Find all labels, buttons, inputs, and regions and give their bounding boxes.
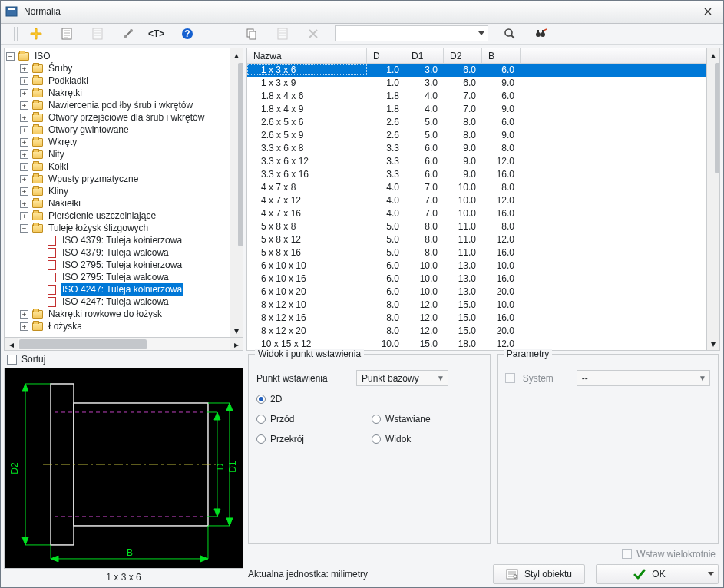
scroll-down-icon[interactable]: ▾	[230, 324, 243, 337]
table-row[interactable]: 4 x 7 x 124.07.010.012.0	[247, 194, 706, 207]
tree-vscroll[interactable]: ▴ ▾	[230, 48, 243, 337]
scroll-right-icon[interactable]: ▸	[230, 338, 243, 351]
search-button[interactable]	[501, 25, 519, 43]
table-row[interactable]: 2.6 x 5 x 62.65.08.06.0	[247, 116, 706, 129]
tree-node[interactable]: +Nakrętki	[6, 87, 228, 99]
table-row[interactable]: 3.3 x 6 x 123.36.09.012.0	[247, 155, 706, 168]
copy-button[interactable]	[243, 25, 261, 43]
collapse-icon[interactable]: −	[20, 224, 28, 233]
expand-icon[interactable]: +	[20, 101, 28, 110]
system-dropdown[interactable]: -- ▼	[577, 370, 710, 386]
tree-node[interactable]: ISO 4247: Tuleja kołnierzowa	[6, 283, 228, 296]
scroll-up-icon[interactable]: ▴	[230, 48, 243, 61]
tree-hscroll[interactable]: ◂ ▸	[5, 337, 243, 350]
table-header[interactable]: Nazwa D D1 D2 B	[247, 48, 706, 64]
table-row[interactable]: 6 x 10 x 166.010.013.016.0	[247, 273, 706, 286]
expand-icon[interactable]: +	[20, 64, 28, 73]
expand-icon[interactable]: +	[20, 89, 28, 97]
ok-split-button[interactable]	[703, 564, 719, 584]
tree-node[interactable]: +Nawiercenia pod łby śrub i wkrętów	[6, 99, 228, 111]
radio-front[interactable]: Przód	[256, 414, 356, 424]
radio-inserted[interactable]: Wstawiane	[372, 414, 471, 424]
expand-icon[interactable]: +	[20, 138, 28, 147]
table-row[interactable]: 4 x 7 x 84.07.010.08.0	[247, 181, 706, 194]
table-row[interactable]: 5 x 8 x 85.08.011.08.0	[247, 220, 706, 233]
scroll-up-icon[interactable]: ▴	[707, 48, 720, 61]
expand-icon[interactable]: +	[20, 163, 28, 171]
radio-2d[interactable]: 2D	[256, 394, 356, 405]
expand-icon[interactable]: +	[20, 212, 28, 220]
tree-node[interactable]: +Nity	[6, 148, 228, 160]
column-header-d1[interactable]: D1	[405, 48, 444, 63]
page-button[interactable]	[58, 25, 76, 43]
tree-node[interactable]: ISO 4379: Tuleja walcowa	[6, 246, 228, 259]
expand-icon[interactable]: +	[20, 126, 28, 134]
system-checkbox[interactable]	[505, 373, 515, 383]
expand-icon[interactable]: +	[20, 150, 28, 159]
column-header-d[interactable]: D	[367, 48, 405, 63]
tree-node[interactable]: +Wpusty pryzmatyczne	[6, 173, 228, 185]
scroll-left-icon[interactable]: ◂	[5, 338, 18, 351]
table-row[interactable]: 8 x 12 x 208.012.015.020.0	[247, 325, 706, 338]
table-row[interactable]: 6 x 10 x 206.010.013.020.0	[247, 286, 706, 299]
expand-icon[interactable]: +	[20, 322, 28, 331]
tree-node[interactable]: +Otwory przejściowe dla śrub i wkrętów	[6, 111, 228, 124]
help-button[interactable]: ?	[178, 25, 197, 43]
close-button[interactable]	[697, 4, 719, 19]
insert-many-checkbox[interactable]	[622, 549, 632, 559]
expand-icon[interactable]: +	[20, 200, 28, 208]
column-header-b[interactable]: B	[482, 48, 521, 63]
table-row[interactable]: 8 x 12 x 108.012.015.010.0	[247, 299, 706, 312]
table-vscroll[interactable]: ▴ ▾	[706, 48, 719, 350]
tree[interactable]: − ISO +Śruby+Podkładki+Nakrętki+Nawierce…	[5, 48, 230, 337]
tree-node[interactable]: +Nakrętki rowkowe do łożysk	[6, 308, 228, 320]
table-row[interactable]: 3.3 x 6 x 83.36.09.08.0	[247, 142, 706, 155]
sort-checkbox[interactable]	[7, 355, 17, 365]
tree-node-root[interactable]: − ISO	[6, 50, 228, 62]
tree-node[interactable]: +Łożyska	[6, 320, 228, 332]
table-row[interactable]: 8 x 12 x 168.012.015.016.0	[247, 312, 706, 325]
tree-node[interactable]: +Otwory gwintowane	[6, 124, 228, 136]
page3-button[interactable]	[273, 25, 292, 43]
tree-node[interactable]: +Śruby	[6, 62, 228, 74]
radio-section[interactable]: Przekrój	[256, 434, 356, 444]
expand-icon[interactable]: +	[20, 310, 28, 319]
collapse-icon[interactable]: −	[6, 52, 15, 61]
table-row[interactable]: 3.3 x 6 x 163.36.09.016.0	[247, 168, 706, 181]
table-row[interactable]: 2.6 x 5 x 92.65.08.09.0	[247, 129, 706, 142]
texttag-button[interactable]: <T>	[147, 25, 166, 43]
new-button[interactable]	[27, 25, 45, 43]
radio-view[interactable]: Widok	[372, 434, 471, 444]
find-next-button[interactable]	[531, 25, 550, 43]
preview-canvas[interactable]: D2	[4, 368, 243, 569]
ok-button[interactable]: OK	[596, 564, 703, 584]
table-row[interactable]: 4 x 7 x 164.07.010.016.0	[247, 207, 706, 220]
tree-node[interactable]: ISO 4379: Tuleja kołnierzowa	[6, 234, 228, 246]
tree-node[interactable]: ISO 2795: Tuleja walcowa	[6, 271, 228, 283]
tools-button[interactable]	[119, 25, 137, 43]
expand-icon[interactable]: +	[20, 77, 28, 85]
tree-node[interactable]: +Kliny	[6, 185, 228, 197]
table-row[interactable]: 1 x 3 x 91.03.06.09.0	[247, 77, 706, 90]
search-dropdown[interactable]	[476, 31, 486, 35]
expand-icon[interactable]: +	[20, 175, 28, 183]
tree-node[interactable]: −Tuleje łożysk ślizgowych	[6, 222, 228, 234]
table-row[interactable]: 1.8 x 4 x 91.84.07.09.0	[247, 103, 706, 116]
table-body[interactable]: 1 x 3 x 61.03.06.06.01 x 3 x 91.03.06.09…	[247, 64, 706, 350]
table-row[interactable]: 5 x 8 x 165.08.011.016.0	[247, 246, 706, 259]
delete-button[interactable]	[304, 25, 322, 43]
tree-node[interactable]: +Nakiełki	[6, 197, 228, 210]
search-field[interactable]	[337, 28, 476, 40]
table-row[interactable]: 1.8 x 4 x 61.84.07.06.0	[247, 90, 706, 103]
tree-node[interactable]: ISO 2795: Tuleja kołnierzowa	[6, 259, 228, 271]
column-header-d2[interactable]: D2	[444, 48, 482, 63]
expand-icon[interactable]: +	[20, 187, 28, 196]
expand-icon[interactable]: +	[20, 114, 28, 122]
table-row[interactable]: 6 x 10 x 106.010.013.010.0	[247, 259, 706, 273]
object-style-button[interactable]: Styl obiektu	[493, 564, 585, 584]
insertion-point-dropdown[interactable]: Punkt bazowy ▼	[356, 370, 448, 386]
page2-button[interactable]	[88, 25, 107, 43]
tree-node[interactable]: +Wkręty	[6, 136, 228, 148]
tree-node[interactable]: +Pierścienie uszczelniające	[6, 210, 228, 222]
tree-node[interactable]: +Podkładki	[6, 74, 228, 87]
